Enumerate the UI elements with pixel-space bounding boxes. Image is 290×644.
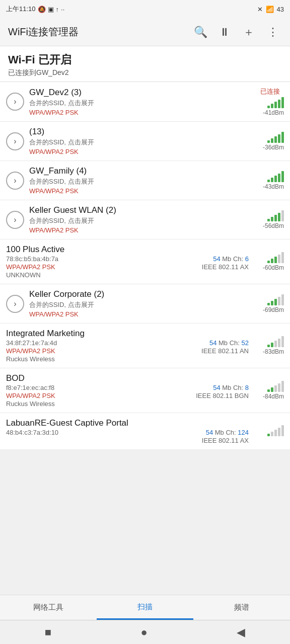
network-right: -43dBm bbox=[249, 171, 284, 190]
search-button[interactable]: 🔍 bbox=[191, 23, 209, 41]
nav-home-button[interactable]: ● bbox=[129, 622, 160, 643]
network-name: GW_Family (4) bbox=[29, 166, 249, 176]
network-item[interactable]: › Keller Corporate (2) 合并的SSID, 点击展开 WPA… bbox=[0, 284, 290, 324]
detail-std-row: WPA/WPA2 PSK IEEE 802.11 AN bbox=[6, 347, 249, 355]
blocked-icon: ✕ bbox=[257, 6, 263, 13]
network-list: › GW_Dev2 (3) 合并的SSID, 点击展开 WPA/WPA2 PSK… bbox=[0, 82, 290, 500]
network-right: -84dBm bbox=[249, 381, 284, 400]
connected-badge: 已连接 bbox=[260, 87, 280, 96]
network-info: LabuanRE-Guest Captive Portal 48:b4:c3:7… bbox=[6, 418, 249, 444]
network-sub: 合并的SSID, 点击展开 bbox=[29, 300, 249, 309]
network-standard: IEEE 802.11 BGN bbox=[196, 392, 249, 399]
dots-status: ·· bbox=[61, 6, 64, 13]
network-item[interactable]: Integrated Marketing 34:8f:27:1e:7a:4d 5… bbox=[0, 324, 290, 368]
detail-std-row: WPA/WPA2 PSK IEEE 802.11 BGN bbox=[6, 392, 249, 399]
expand-button[interactable]: › bbox=[6, 295, 24, 313]
expand-button[interactable]: › bbox=[6, 93, 24, 111]
network-standard: IEEE 802.11 AX bbox=[202, 437, 249, 444]
network-right: -83dBm bbox=[249, 336, 284, 355]
more-button[interactable]: ⋮ bbox=[264, 23, 282, 41]
network-standard: IEEE 802.11 AX bbox=[202, 263, 249, 271]
network-security: WPA/WPA2 PSK bbox=[29, 109, 249, 116]
network-item[interactable]: › (13) 合并的SSID, 点击展开 WPA/WPA2 PSK -36dBm bbox=[0, 122, 290, 161]
wifi-status-section: Wi-Fi 已开启 已连接到GW_Dev2 bbox=[0, 46, 290, 82]
dbm-value: -83dBm bbox=[263, 348, 284, 355]
app-title: WiFi连接管理器 bbox=[8, 25, 185, 39]
tab-网络工具[interactable]: 网络工具 bbox=[0, 595, 97, 620]
network-right: -60dBm bbox=[249, 252, 284, 271]
detail-std-row: WPA/WPA2 PSK IEEE 802.11 AX bbox=[6, 263, 249, 271]
detail-mac-row: f8:e7:1e:ec:ac:f8 54 Mb Ch: 8 bbox=[6, 384, 249, 391]
network-right bbox=[249, 425, 284, 437]
status-time: 上午11:10 bbox=[6, 5, 36, 14]
speed-value: 54 Mb Ch: 8 bbox=[213, 384, 249, 391]
network-info: GW_Family (4) 合并的SSID, 点击展开 WPA/WPA2 PSK bbox=[29, 166, 249, 195]
network-info: 100 Plus Active 78:8c:b5:ba:4b:7a 54 Mb … bbox=[6, 245, 249, 279]
network-info: GW_Dev2 (3) 合并的SSID, 点击展开 WPA/WPA2 PSK bbox=[29, 88, 249, 116]
tab-bar: 网络工具扫描频谱 bbox=[0, 595, 290, 620]
tab-频谱[interactable]: 频谱 bbox=[193, 595, 290, 620]
vendor-name: Ruckus Wireless bbox=[6, 355, 249, 363]
network-sub: 合并的SSID, 点击展开 bbox=[29, 216, 249, 225]
pause-button[interactable]: ⏸ bbox=[215, 23, 234, 41]
network-item[interactable]: LabuanRE-Guest Captive Portal 48:b4:c3:7… bbox=[0, 413, 290, 449]
network-item[interactable]: BOD f8:e7:1e:ec:ac:f8 54 Mb Ch: 8 WPA/WP… bbox=[0, 368, 290, 413]
mac-address: 34:8f:27:1e:7a:4d bbox=[6, 339, 57, 347]
network-standard: IEEE 802.11 AN bbox=[201, 347, 249, 355]
nav-recents-button[interactable]: ■ bbox=[33, 622, 63, 643]
network-name: 100 Plus Active bbox=[6, 245, 249, 255]
wifi-enabled-text: Wi-Fi 已开启 bbox=[8, 52, 282, 67]
network-name: (13) bbox=[29, 127, 249, 137]
detail-mac-row: 78:8c:b5:ba:4b:7a 54 Mb Ch: 6 bbox=[6, 255, 249, 263]
add-button[interactable]: ＋ bbox=[240, 23, 258, 41]
network-info: BOD f8:e7:1e:ec:ac:f8 54 Mb Ch: 8 WPA/WP… bbox=[6, 373, 249, 408]
nav-back-button[interactable]: ◀ bbox=[225, 622, 257, 643]
network-info: Integrated Marketing 34:8f:27:1e:7a:4d 5… bbox=[6, 329, 249, 363]
network-security: WPA/WPA2 PSK bbox=[6, 347, 55, 355]
network-name: BOD bbox=[6, 373, 249, 383]
dbm-value: -36dBm bbox=[263, 144, 284, 151]
dbm-value: -69dBm bbox=[263, 306, 284, 313]
mac-address: 78:8c:b5:ba:4b:7a bbox=[6, 255, 58, 263]
wifi-connected-text: 已连接到GW_Dev2 bbox=[8, 68, 282, 77]
expand-button[interactable]: › bbox=[6, 211, 24, 229]
network-info: (13) 合并的SSID, 点击展开 WPA/WPA2 PSK bbox=[29, 127, 249, 155]
network-item[interactable]: 100 Plus Active 78:8c:b5:ba:4b:7a 54 Mb … bbox=[0, 239, 290, 284]
network-security: WPA/WPA2 PSK bbox=[29, 187, 249, 195]
status-right: ✕ 📶 43 bbox=[257, 6, 284, 13]
speed-value: 54 Mb Ch: 124 bbox=[206, 429, 249, 436]
dbm-value: -43dBm bbox=[263, 183, 284, 190]
upload-icon: ↑ bbox=[56, 6, 59, 13]
network-security: WPA/WPA2 PSK bbox=[29, 226, 249, 234]
network-name: LabuanRE-Guest Captive Portal bbox=[6, 418, 249, 428]
status-left: 上午11:10 🔕 ▣ ↑ ·· bbox=[6, 5, 64, 14]
dbm-value: -60dBm bbox=[263, 264, 284, 271]
tab-扫描[interactable]: 扫描 bbox=[97, 595, 193, 620]
network-info: Keller Corporate (2) 合并的SSID, 点击展开 WPA/W… bbox=[29, 289, 249, 318]
battery-level: 43 bbox=[277, 6, 284, 13]
detail-std-row: IEEE 802.11 AX bbox=[6, 437, 249, 444]
network-item[interactable]: › Keller Guest WLAN (2) 合并的SSID, 点击展开 WP… bbox=[0, 200, 290, 239]
dbm-value: -41dBm bbox=[263, 109, 284, 116]
wifi-status-icon: 📶 bbox=[266, 6, 274, 13]
status-bar: 上午11:10 🔕 ▣ ↑ ·· ✕ 📶 43 bbox=[0, 0, 290, 18]
network-security: WPA/WPA2 PSK bbox=[29, 148, 249, 155]
vendor-name: Ruckus Wireless bbox=[6, 400, 249, 408]
network-security: WPA/WPA2 PSK bbox=[6, 392, 55, 399]
network-item[interactable]: › GW_Family (4) 合并的SSID, 点击展开 WPA/WPA2 P… bbox=[0, 161, 290, 200]
detail-mac-row: 48:b4:c3:7a:3d:10 54 Mb Ch: 124 bbox=[6, 429, 249, 436]
nfc-icon: ▣ bbox=[48, 6, 54, 13]
network-security: WPA/WPA2 PSK bbox=[6, 263, 55, 271]
network-name: Keller Corporate (2) bbox=[29, 289, 249, 299]
network-name: Integrated Marketing bbox=[6, 329, 249, 339]
network-right: -69dBm bbox=[249, 294, 284, 313]
speed-value: 54 Mb Ch: 6 bbox=[213, 255, 249, 263]
expand-button[interactable]: › bbox=[6, 132, 24, 150]
network-info: Keller Guest WLAN (2) 合并的SSID, 点击展开 WPA/… bbox=[29, 205, 249, 234]
expand-button[interactable]: › bbox=[6, 172, 24, 190]
app-bar: WiFi连接管理器 🔍 ⏸ ＋ ⋮ bbox=[0, 18, 290, 46]
network-item[interactable]: › GW_Dev2 (3) 合并的SSID, 点击展开 WPA/WPA2 PSK… bbox=[0, 82, 290, 122]
network-right: 已连接 -41dBm bbox=[249, 87, 284, 116]
network-name: GW_Dev2 (3) bbox=[29, 88, 249, 98]
network-sub: 合并的SSID, 点击展开 bbox=[29, 177, 249, 186]
